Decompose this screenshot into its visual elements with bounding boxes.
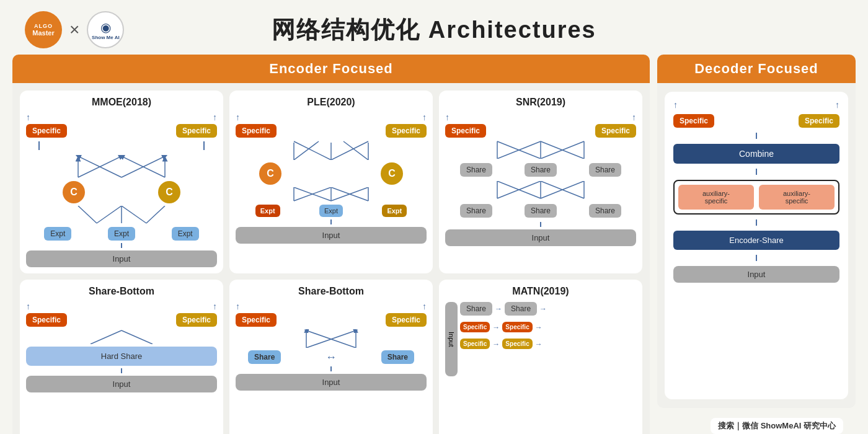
mmoe-specific-left: Specific: [26, 124, 67, 138]
decoder-arrow-up-right: ↑: [835, 100, 839, 109]
sb1-arrows: [26, 329, 217, 344]
mmoe-expt-2: Expt: [108, 227, 135, 241]
ple-bottom-arrows: [236, 187, 427, 202]
sb1-hard-share: Hard Share: [26, 347, 217, 366]
matn-share-top-1: Share: [460, 302, 492, 316]
svg-line-14: [343, 141, 368, 160]
ple-expt-1: Expt: [255, 205, 280, 217]
matn-title: MATN(2019): [512, 286, 569, 297]
ple-title: PLE(2020): [307, 97, 355, 108]
algo-master-logo: ALGO Master: [25, 11, 62, 48]
ple-card: PLE(2020) ↑ ↑ Specific Specific: [229, 91, 433, 273]
snr-card: SNR(2019) ↑ ↑ Specific Specific: [439, 91, 642, 273]
encoder-section: Encoder Focused MMOE(2018) ↑ ↑ Specific …: [12, 55, 650, 408]
snr-specific-left: Specific: [445, 124, 486, 138]
share-bottom-2-card: Share-Bottom ↑ ↑ Specific Specific: [229, 280, 433, 434]
sb2-arrow-up-right: ↑: [422, 302, 427, 311]
snr-arrow-up-right: ↑: [632, 113, 636, 122]
matn-card: MATN(2019) Input Share → Share → Specifi…: [439, 280, 642, 434]
ple-circle-c-right: C: [381, 162, 403, 185]
matn-specific-4: Specific: [502, 339, 532, 349]
mmoe-circle-c-right: C: [158, 181, 180, 203]
snr-top-arrows: [445, 140, 636, 159]
showmeai-icon: ◉: [100, 20, 111, 35]
svg-line-10: [146, 206, 165, 223]
matn-specific-1: Specific: [460, 322, 490, 332]
sb1-specific-right: Specific: [176, 313, 217, 327]
share-bottom-1-card: Share-Bottom ↑ ↑ Specific Specific: [20, 280, 223, 434]
snr-share-3: Share: [589, 163, 621, 177]
decoder-combine: Combine: [673, 144, 839, 164]
sb1-specific-left: Specific: [26, 313, 67, 327]
snr-mid-arrows: [445, 181, 636, 200]
decoder-arrow-up-left: ↑: [673, 100, 678, 109]
sb2-share-left: Share: [248, 350, 281, 364]
times-symbol: ×: [69, 20, 79, 40]
svg-line-6: [78, 206, 97, 223]
decoder-specific-left: Specific: [673, 114, 714, 128]
svg-line-7: [97, 206, 122, 223]
decoder-aux-row: auxiliary-specific auxiliary-specific: [673, 180, 839, 215]
sb2-arrow-up-left: ↑: [236, 302, 240, 311]
sb2-specific-right: Specific: [386, 313, 427, 327]
ple-circle-c-left: C: [259, 162, 281, 185]
svg-line-11: [294, 141, 319, 160]
mmoe-title: MMOE(2018): [92, 97, 151, 108]
decoder-input: Input: [673, 266, 839, 283]
page-title: 网络结构优化 Architectures: [149, 14, 719, 46]
ple-arrow-up-right: ↑: [422, 113, 427, 122]
svg-line-40: [122, 330, 153, 344]
sb1-arrow-up-right: ↑: [213, 302, 217, 311]
ple-expt-2: Expt: [319, 205, 343, 217]
decoder-aux-left: auxiliary-specific: [678, 185, 754, 210]
decoder-aux-right: auxiliary-specific: [759, 185, 835, 210]
sb2-share-right: Share: [381, 350, 414, 364]
mmoe-input: Input: [26, 250, 217, 267]
snr-title: SNR(2019): [516, 97, 565, 108]
ple-cross-arrows: [236, 140, 427, 160]
snr-share-4: Share: [460, 204, 492, 218]
sb2-top-arrows: [236, 329, 427, 348]
snr-arrow-up-left: ↑: [445, 113, 450, 122]
decoder-content: ↑ ↑ Specific Specific Combine auxiliary-…: [657, 83, 856, 408]
mmoe-arrow-up-left: ↑: [26, 113, 30, 122]
snr-specific-right: Specific: [595, 124, 636, 138]
mmoe-expt-3: Expt: [172, 227, 199, 241]
matn-grid: Share → Share → Specific → Specific →: [460, 302, 636, 376]
matn-share-top-2: Share: [505, 302, 537, 316]
ple-arrow-up-left: ↑: [236, 113, 240, 122]
matn-input-vert: Input: [445, 302, 458, 376]
sb1-input: Input: [26, 376, 217, 392]
mmoe-expt-1: Expt: [44, 227, 71, 241]
snr-share-5: Share: [525, 204, 557, 218]
mmoe-arrow-up-right: ↑: [213, 113, 217, 122]
header: ALGO Master × ◉ Show Me AI 网络结构优化 Archit…: [0, 0, 868, 55]
share-bottom-1-title: Share-Bottom: [89, 286, 154, 297]
svg-line-39: [91, 330, 122, 344]
search-label: 搜索｜微信 ShowMeAI 研究中心: [718, 421, 836, 430]
svg-line-9: [122, 206, 146, 223]
snr-share-6: Share: [589, 204, 621, 218]
master-text: Master: [32, 29, 54, 37]
matn-specific-2: Specific: [502, 322, 532, 332]
ple-specific-right: Specific: [386, 124, 427, 138]
showmeai-logo: ◉ Show Me AI: [87, 11, 124, 48]
sb1-arrow-up-left: ↑: [26, 302, 30, 311]
ple-expt-3: Expt: [382, 205, 407, 217]
encoder-header: Encoder Focused: [12, 55, 650, 83]
mmoe-specific-right: Specific: [176, 124, 217, 138]
decoder-diagram: ↑ ↑ Specific Specific Combine auxiliary-…: [665, 92, 848, 399]
logo-area: ALGO Master × ◉ Show Me AI: [25, 11, 149, 48]
mmoe-card: MMOE(2018) ↑ ↑ Specific Specific: [20, 91, 223, 273]
share-bottom-2-title: Share-Bottom: [298, 286, 364, 297]
main-content: Encoder Focused MMOE(2018) ↑ ↑ Specific …: [0, 55, 868, 414]
mmoe-circle-c-left: C: [63, 181, 85, 203]
sb2-specific-left: Specific: [236, 313, 277, 327]
sb2-input: Input: [236, 374, 427, 391]
decoder-section: Decoder Focused ↑ ↑ Specific Specific Co…: [657, 55, 856, 408]
mmoe-bottom-arrows: [26, 206, 217, 224]
decoder-encoder-share: Encoder-Share: [673, 231, 839, 250]
mmoe-cross-arrows: [26, 154, 217, 179]
matn-specific-3: Specific: [460, 339, 490, 349]
snr-share-1: Share: [460, 163, 492, 177]
